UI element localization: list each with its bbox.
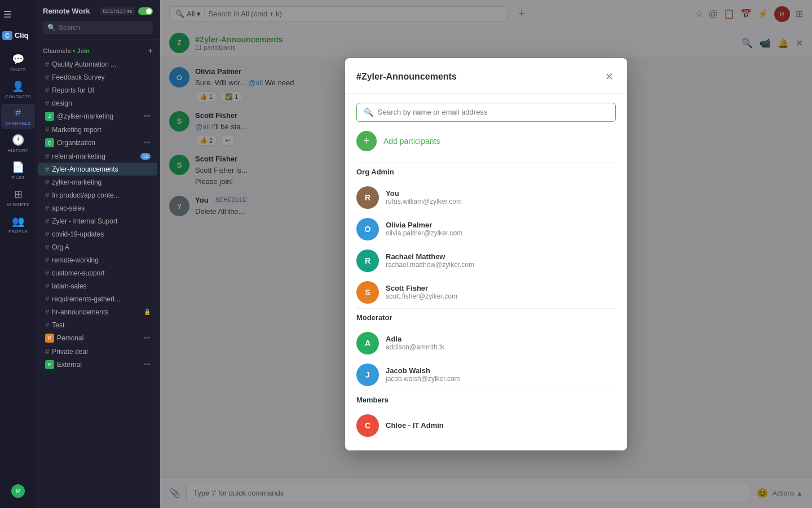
hamburger-icon[interactable]: ☰: [3, 9, 11, 20]
channel-item-external[interactable]: E External •••: [38, 358, 157, 371]
sidebar-item-chats[interactable]: 💬 CHATS: [1, 50, 35, 76]
workspace-title: Remote Work: [43, 7, 90, 15]
more-options-icon[interactable]: •••: [143, 112, 151, 120]
channel-item-requirements[interactable]: # requirements-gatheri...: [38, 292, 157, 305]
member-avatar: R: [356, 186, 379, 209]
member-info: Scott Fisher scott.fisher@zylker.com: [386, 284, 616, 300]
modal-body: 🔍 + Add participants Org Admin R You: [345, 94, 627, 450]
history-icon: 🕐: [12, 134, 24, 146]
hash-icon: #: [45, 86, 49, 94]
files-label: FILES: [11, 175, 25, 180]
channel-item-organization[interactable]: O Organization •••: [38, 136, 157, 150]
modal-search-input[interactable]: [378, 108, 608, 116]
channel-avatar: E: [45, 360, 54, 369]
channel-item-customer[interactable]: # customer-support: [38, 266, 157, 279]
channel-name: Personal: [57, 334, 141, 342]
timer-badge: 03:57:13 Hrs: [100, 7, 135, 15]
channel-item-personal[interactable]: P Personal •••: [38, 331, 157, 345]
hash-icon: #: [45, 178, 49, 186]
modal-close-button[interactable]: ✕: [603, 68, 616, 85]
channel-item-inproduct[interactable]: # In product/app conte...: [38, 189, 157, 202]
chats-icon: 💬: [12, 53, 24, 65]
hash-icon: #: [45, 295, 49, 303]
hash-icon: #: [45, 230, 49, 238]
channel-item-marketing[interactable]: # Marketing report: [38, 123, 157, 136]
member-info: You rufus.william@zylker.com: [386, 189, 616, 205]
channel-name: latam-sales: [52, 282, 151, 290]
channel-name: Feedback Survey: [52, 73, 151, 81]
channel-name: covid-19-updates: [52, 230, 151, 238]
modal-search-bar[interactable]: 🔍: [356, 103, 616, 122]
sidebar-item-channels[interactable]: # CHANNELS: [1, 104, 35, 129]
channel-item-reports[interactable]: # Reports for UI: [38, 84, 157, 97]
channel-item-apac[interactable]: # apac-sales: [38, 202, 157, 214]
hash-icon: #: [45, 308, 49, 316]
hash-icon: #: [45, 73, 49, 81]
channel-name: Marketing report: [52, 126, 151, 134]
sidebar-item-people[interactable]: 👥 PEOPLE: [1, 212, 35, 238]
channel-avatar: O: [45, 138, 54, 147]
sidebar-item-files[interactable]: 📄 FILES: [1, 157, 35, 183]
more-options-icon[interactable]: •••: [143, 334, 151, 342]
app-name: Cliq: [15, 31, 29, 40]
modal-overlay[interactable]: #Zyler-Announcements ✕ 🔍 + Add participa…: [160, 0, 812, 508]
org-admin-section-label: Org Admin: [356, 163, 616, 182]
add-channel-button[interactable]: +: [148, 46, 153, 55]
sidebar-item-profile[interactable]: R: [1, 481, 35, 501]
add-participants-row[interactable]: + Add participants: [356, 131, 616, 151]
sidebar-item-contacts[interactable]: 👤 CONTACTS: [1, 77, 35, 103]
channel-name: Zyler-Announcements: [52, 165, 151, 173]
members-section-label: Members: [356, 391, 616, 410]
channel-item-quality[interactable]: # Qaulity Automation ...: [38, 58, 157, 71]
member-email: rufus.william@zylker.com: [386, 198, 616, 205]
channel-item-internal[interactable]: # Zyler - Internal Suport: [38, 214, 157, 227]
hash-icon: #: [45, 347, 49, 356]
search-icon: 🔍: [47, 24, 56, 32]
hash-icon: #: [45, 204, 49, 212]
more-options-icon[interactable]: •••: [143, 361, 151, 369]
member-email: jacob.walsh@zylker.com: [386, 375, 616, 383]
member-info: Jacob Walsh jacob.walsh@zylker.com: [386, 366, 616, 383]
channel-item-referral[interactable]: # referral-marketing 12: [38, 150, 157, 163]
channels-section-header: Channels • Join +: [36, 44, 160, 58]
member-avatar: C: [356, 414, 379, 437]
join-link[interactable]: • Join: [73, 47, 90, 54]
channel-item-zyler-ann[interactable]: # Zyler-Announcements: [38, 163, 157, 176]
channel-panel: Remote Work 03:57:13 Hrs 🔍 Channels • Jo…: [36, 0, 160, 508]
hash-icon: #: [45, 191, 49, 199]
sidebar-item-history[interactable]: 🕐 HISTORY: [1, 130, 35, 156]
channel-item-latam[interactable]: # latam-sales: [38, 279, 157, 292]
sidebar-item-widgets[interactable]: ⊞ WIDGETS: [1, 185, 35, 211]
more-options-icon[interactable]: •••: [143, 139, 151, 147]
channel-item-orga[interactable]: # Org A: [38, 240, 157, 253]
channel-name: Organization: [57, 139, 141, 147]
member-avatar: J: [356, 364, 379, 386]
channel-search-input[interactable]: [59, 24, 148, 32]
channel-item-covid[interactable]: # covid-19-updates: [38, 227, 157, 240]
icon-sidebar: ☰ C Cliq 💬 CHATS 👤 CONTACTS # CHANNELS 🕐: [0, 0, 36, 508]
member-name: Adla: [386, 335, 616, 343]
channel-item-zylker-marketing[interactable]: Z @zylker-marketing •••: [38, 110, 157, 123]
channel-item-private[interactable]: # Private deal: [38, 345, 157, 358]
member-name: Chloe - IT Admin: [386, 421, 616, 430]
hash-icon: #: [45, 256, 49, 264]
member-row-rachael: R Rachael Matthew rachael.matthew@zylker…: [356, 245, 616, 277]
hash-icon: #: [45, 152, 49, 160]
chats-label: CHATS: [10, 67, 26, 72]
channel-item-remote[interactable]: # remote-working: [38, 253, 157, 266]
channel-item-design[interactable]: # design: [38, 97, 157, 110]
hash-icon: #: [45, 321, 49, 329]
member-avatar: R: [356, 249, 379, 272]
member-info: Rachael Matthew rachael.matthew@zylker.c…: [386, 252, 616, 269]
channel-name: Private deal: [52, 348, 151, 356]
contacts-icon: 👤: [12, 80, 24, 93]
channel-name: apac-sales: [52, 204, 151, 212]
channel-item-test[interactable]: # Test: [38, 318, 157, 331]
channel-item-zylker-mkt[interactable]: # zylker-marketing: [38, 176, 157, 189]
timer-toggle[interactable]: [138, 7, 153, 15]
channel-search-bar[interactable]: 🔍: [43, 21, 153, 34]
contacts-label: CONTACTS: [5, 94, 31, 99]
channel-item-feedback[interactable]: # Feedback Survey: [38, 71, 157, 84]
hash-icon: #: [45, 282, 49, 290]
channel-item-hr[interactable]: # hr-announcements 🔒: [38, 305, 157, 318]
